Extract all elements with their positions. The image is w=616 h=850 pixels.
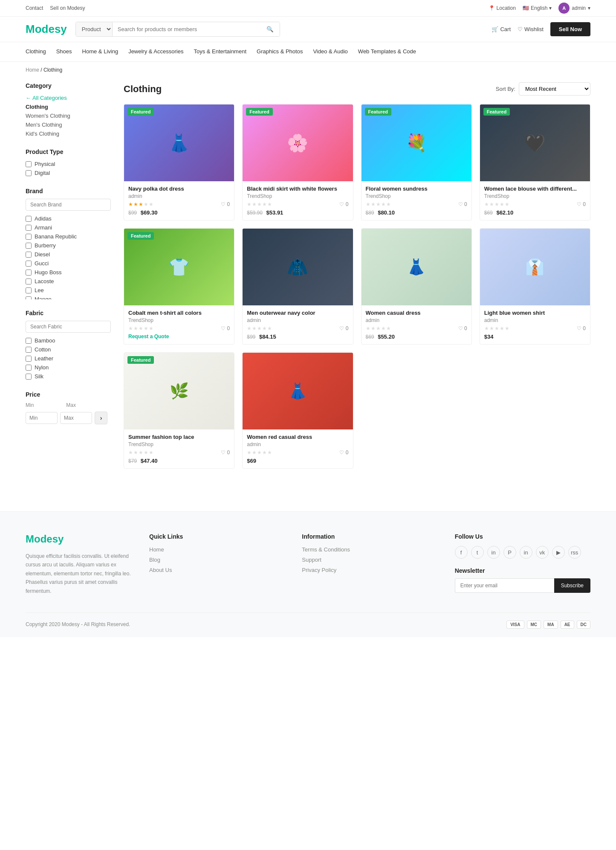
footer-blog-link[interactable]: Blog	[149, 557, 160, 563]
sell-now-button[interactable]: Sell Now	[550, 22, 590, 36]
nav-video[interactable]: Video & Audio	[313, 42, 347, 61]
search-bar: Product 🔍	[75, 22, 280, 37]
brand-burberry[interactable]	[26, 243, 32, 249]
footer-bottom: Copyright 2020 Modesy - All Rights Reser…	[26, 612, 590, 629]
product-image-wrap: 👗	[243, 353, 353, 429]
fabric-bamboo[interactable]	[26, 338, 32, 344]
category-mens[interactable]: Men's Clothing	[26, 122, 62, 128]
breadcrumb-home[interactable]: Home	[26, 67, 39, 73]
wishlist-count[interactable]: ♡ 0	[221, 201, 230, 207]
linkedin-icon[interactable]: in	[520, 546, 532, 559]
sell-on-link[interactable]: Sell on Modesy	[50, 5, 85, 11]
quick-links-title: Quick Links	[149, 533, 285, 540]
youtube-icon[interactable]: ▶	[552, 546, 565, 559]
wishlist-count[interactable]: ♡ 0	[577, 325, 586, 331]
cart-link[interactable]: 🛒 Cart	[492, 26, 511, 32]
product-card[interactable]: 🌸 Featured Black midi skirt with white f…	[242, 104, 353, 220]
product-card[interactable]: 🖤 Featured Women lace blouse with differ…	[480, 104, 590, 220]
fabric-search-input[interactable]	[26, 321, 111, 333]
instagram-icon[interactable]: in	[487, 546, 500, 559]
product-card[interactable]: 👗 Women red casual dress admin ★★★★★ ♡ 0…	[242, 352, 353, 469]
fabric-silk[interactable]	[26, 374, 32, 380]
newsletter-email-input[interactable]	[455, 578, 554, 593]
location-link[interactable]: 📍 Location	[489, 5, 516, 11]
back-all-categories[interactable]: ← All Categories	[26, 95, 67, 101]
physical-checkbox[interactable]	[26, 161, 32, 167]
twitter-icon[interactable]: t	[471, 546, 484, 559]
brand-hugoboss[interactable]	[26, 270, 32, 276]
category-womens[interactable]: Women's Clothing	[26, 113, 70, 119]
pinterest-icon[interactable]: P	[503, 546, 516, 559]
price-max-input[interactable]	[60, 412, 92, 424]
product-bottom: ★★★★★ ♡ 0	[128, 325, 230, 331]
request-quote[interactable]: Request a Quote	[128, 334, 230, 339]
follow-us-title: Follow Us	[455, 533, 590, 540]
product-card[interactable]: 🧥 Men outerwear navy color admin ★★★★★ ♡…	[242, 228, 353, 345]
main-nav: Clothing Shoes Home & Living Jewelry & A…	[0, 42, 616, 62]
admin-menu[interactable]: A admin ▾	[558, 3, 590, 14]
sort-select[interactable]: Most Recent Price: Low to High Price: Hi…	[519, 82, 590, 96]
contact-link[interactable]: Contact	[26, 5, 43, 11]
price-go-button[interactable]: ›	[95, 412, 107, 424]
brand-gucci[interactable]	[26, 261, 32, 267]
subscribe-button[interactable]: Subscribe	[554, 578, 590, 593]
facebook-icon[interactable]: f	[455, 546, 468, 559]
price-min-input[interactable]	[26, 412, 58, 424]
product-card[interactable]: 👗 Featured Navy polka dot dress admin ★ …	[124, 104, 234, 220]
product-card[interactable]: 👕 Featured Cobalt men t-shirt all colors…	[124, 228, 234, 345]
rss-icon[interactable]: rss	[568, 546, 581, 559]
nav-home-living[interactable]: Home & Living	[82, 42, 119, 61]
language-selector[interactable]: 🇺🇸 English ▾	[523, 5, 552, 11]
brand-lee[interactable]	[26, 287, 32, 293]
brand-lacoste[interactable]	[26, 278, 32, 284]
fabric-leather[interactable]	[26, 356, 32, 362]
featured-badge: Featured	[127, 108, 154, 116]
nav-clothing[interactable]: Clothing	[26, 42, 46, 61]
brand-armani[interactable]	[26, 225, 32, 231]
wishlist-count[interactable]: ♡ 0	[458, 325, 467, 331]
brand-search-input[interactable]	[26, 199, 111, 211]
wishlist-count[interactable]: ♡ 0	[339, 325, 348, 331]
search-button[interactable]: 🔍	[260, 22, 280, 36]
product-info: Women casual dress admin ★★★★★ ♡ 0 $69 $…	[362, 305, 471, 344]
nav-graphics[interactable]: Graphics & Photos	[257, 42, 303, 61]
brand-diesel[interactable]	[26, 252, 32, 258]
footer-home-link[interactable]: Home	[149, 546, 164, 553]
brand-adidas[interactable]	[26, 216, 32, 222]
nav-shoes[interactable]: Shoes	[56, 42, 72, 61]
product-stars: ★★★★★	[128, 450, 153, 455]
wishlist-count[interactable]: ♡ 0	[339, 450, 348, 455]
wishlist-count[interactable]: ♡ 0	[339, 201, 348, 207]
vk-icon[interactable]: vk	[536, 546, 549, 559]
footer-terms-link[interactable]: Terms & Conditions	[302, 546, 350, 553]
wishlist-count[interactable]: ♡ 0	[221, 325, 230, 331]
payment-icons: VISA MC MA AE DC	[506, 621, 590, 629]
flag-icon: 🇺🇸	[523, 5, 529, 11]
nav-jewelry[interactable]: Jewelry & Accessories	[128, 42, 183, 61]
footer-privacy-link[interactable]: Privacy Policy	[302, 567, 336, 573]
product-card[interactable]: 🌿 Featured Summer fashion top lace Trend…	[124, 352, 234, 469]
wishlist-count[interactable]: ♡ 0	[458, 201, 467, 207]
search-type-select[interactable]: Product	[76, 22, 113, 36]
digital-checkbox[interactable]	[26, 170, 32, 176]
brand-banana[interactable]	[26, 234, 32, 240]
wishlist-link[interactable]: ♡ Wishlist	[518, 26, 544, 32]
product-card[interactable]: 👔 Light blue women shirt admin ★★★★★ ♡ 0…	[480, 228, 590, 345]
wishlist-count[interactable]: ♡ 0	[577, 201, 586, 207]
product-image-wrap: 👔	[480, 229, 590, 305]
product-card[interactable]: 💐 Featured Floral women sundress TrendSh…	[361, 104, 472, 220]
nav-toys[interactable]: Toys & Entertainment	[194, 42, 246, 61]
product-price: $69 $62.10	[484, 209, 586, 216]
product-card[interactable]: 👗 Women casual dress admin ★★★★★ ♡ 0 $69…	[361, 228, 472, 345]
wishlist-count[interactable]: ♡ 0	[221, 450, 230, 455]
fabric-nylon[interactable]	[26, 365, 32, 371]
category-kids[interactable]: Kid's Clothing	[26, 131, 59, 137]
footer-about-link[interactable]: About Us	[149, 567, 172, 573]
fabric-cotton[interactable]	[26, 347, 32, 353]
category-clothing[interactable]: Clothing	[26, 104, 48, 110]
logo[interactable]: Modesy	[26, 23, 67, 36]
nav-web[interactable]: Web Templates & Code	[358, 42, 416, 61]
footer-support-link[interactable]: Support	[302, 557, 321, 563]
brand-mango[interactable]	[26, 296, 32, 300]
search-input[interactable]	[113, 22, 260, 36]
